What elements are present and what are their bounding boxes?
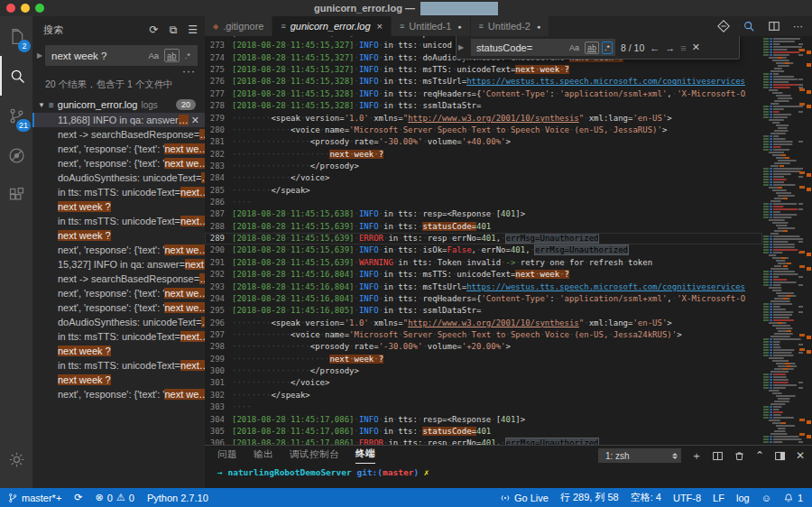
editor-line[interactable]: 285········</speak> [205,185,762,197]
extensions-icon[interactable] [0,175,32,215]
move-panel-icon[interactable] [774,450,786,462]
editor-line[interactable]: 275[2018-08-28·11:45:15,327]·INFO·in·tts… [205,64,762,76]
panel-tab[interactable]: 输出 [254,448,273,464]
cursor-position-status[interactable]: 行 289, 列 58 [560,491,619,504]
minimap[interactable] [762,36,806,445]
open-changes-icon[interactable] [717,20,730,32]
find-input[interactable]: statusCode= Aa ab .* [471,39,615,56]
search-result-row[interactable]: next -> searchBasedResponse=… [32,127,205,142]
close-panel-icon[interactable]: ✕ [796,449,805,462]
editor-line[interactable]: 287[2018-08-28·11:45:15,638]·INFO·in·tts… [205,208,762,220]
search-result-row[interactable]: in tts: msTTS: unicodeText=next… [32,329,205,344]
feedback-smiley-icon[interactable]: ☺ [761,493,771,503]
search-result-row[interactable]: in tts: msTTS: unicodeText=next… [32,214,205,228]
refresh-icon[interactable]: ⟳ [150,23,159,36]
editor-line[interactable]: 279········<speak·version='1.0'·xmlns="h… [205,113,762,124]
search-result-row[interactable]: next', 'response': {'text': 'next we… [32,142,205,156]
panel-tab[interactable]: 终端 [355,447,375,464]
clear-results-icon[interactable]: ⧉ [170,23,178,36]
find-close-button[interactable]: ✕ [692,41,700,53]
search-editor-icon[interactable] [743,20,755,32]
search-result-row[interactable]: next week ? [32,228,205,243]
search-result-row[interactable]: doAudioSynthesis: unicodeText=… [32,171,205,185]
close-window-button[interactable] [6,4,15,13]
search-query[interactable]: next week ? [51,51,145,61]
search-result-row[interactable]: in tts: msTTS: unicodeText=next… [32,358,205,373]
editor-line[interactable]: 295[2018-08-28·11:45:16,805]·INFO·in·tts… [205,305,762,317]
editor-line[interactable]: 276[2018-08-28·11:45:15,328]·INFO·in·tts… [205,76,762,88]
find-whole-word-toggle[interactable]: ab [585,41,599,54]
settings-gear-icon[interactable] [0,439,32,479]
minimize-window-button[interactable] [21,4,30,13]
match-case-toggle[interactable]: Aa [145,49,161,62]
editor-line[interactable]: 296········<speak·version='1.0'·xmlns="h… [205,318,762,329]
tab-gunicorn-error-log[interactable]: ≡gunicorn_error.log× [272,16,392,36]
language-mode-status[interactable]: log [736,493,750,503]
source-control-icon[interactable]: 21 [0,96,32,135]
collapse-all-icon[interactable]: ☰ [188,23,198,36]
search-result-row[interactable]: 11,868] INFO in qa: answer…✕ [32,113,205,127]
split-editor-icon[interactable] [768,20,780,32]
search-result-row[interactable]: next', 'response': {'text': 'next we… [32,156,205,171]
editor-line[interactable]: 283················</prosody> [205,161,762,172]
editor-line[interactable]: 298················<prosody·rate='-30.00… [205,341,762,353]
editor-line[interactable]: 278[2018-08-28·11:45:15,328]·INFO·in·tts… [205,100,762,112]
editor-line[interactable]: 289[2018-08-28·11:45:15,639]·ERROR·in·tt… [205,233,762,244]
search-result-row[interactable]: next', 'response': {'text': 'next we… [32,387,205,401]
more-actions-icon[interactable]: ⋯ [793,21,803,32]
indentation-status[interactable]: 空格: 4 [631,491,661,504]
find-regex-toggle[interactable]: .* [602,41,613,54]
previous-match-button[interactable]: ← [650,42,660,53]
editor-line[interactable]: 299····················next·week·? [205,354,762,365]
search-result-row[interactable]: next -> searchBasedResponse=… [32,272,205,286]
editor-line[interactable]: 284············</voice> [205,172,762,184]
next-match-button[interactable]: → [665,42,675,53]
editor-line[interactable]: 277[2018-08-28·11:45:15,328]·INFO·in·tts… [205,88,762,100]
editor-line[interactable]: 306[2018-08-28·11:45:17,086]·ERROR·in·tt… [205,438,762,445]
editor-line[interactable]: 301············</voice> [205,377,762,389]
kill-terminal-icon[interactable] [734,450,745,462]
editor-line[interactable]: 305[2018-08-28·11:45:17,086]·INFO·in·tts… [205,426,762,438]
overview-ruler[interactable] [806,36,812,445]
notifications-bell[interactable]: 1 [783,493,803,503]
maximize-panel-icon[interactable]: ⌃ [755,449,764,462]
editor-line[interactable]: 304[2018-08-28·11:45:17,086]·INFO·in·tts… [205,414,762,426]
sync-icon[interactable]: ⟳ [74,492,82,503]
modified-dot-icon[interactable]: ● [537,23,540,30]
search-result-row[interactable]: in tts: msTTS: unicodeText=next… [32,185,205,199]
editor-line[interactable]: 281················<prosody·rate='-30.00… [205,136,762,148]
search-result-row[interactable]: 15,327] INFO in qa: answer=next… [32,257,205,272]
editor-line[interactable]: 300················</prosody> [205,365,762,377]
editor-line[interactable]: 294[2018-08-28·11:45:16,804]·INFO·in·tts… [205,293,762,305]
new-terminal-icon[interactable]: ＋ [691,448,702,464]
editor-line[interactable]: 297············<voice·name='Microsoft·Se… [205,329,762,341]
panel-tab[interactable]: 问题 [217,448,237,464]
editor-line[interactable]: 292[2018-08-28·11:45:16,804]·INFO·in·tts… [205,269,762,281]
explorer-icon[interactable]: 2 [0,16,32,56]
split-terminal-icon[interactable] [712,450,724,462]
close-tab-icon[interactable]: × [377,21,383,32]
chevron-down-icon[interactable]: ▼ [38,101,45,109]
editor-line[interactable]: 303···· [205,401,762,413]
search-icon[interactable] [0,56,32,96]
whole-word-toggle[interactable]: ab [164,49,180,62]
encoding-status[interactable]: UTF-8 [673,493,701,503]
regex-toggle[interactable]: .* [182,49,193,62]
tab-untitled-2[interactable]: ≡Untitled-2● [471,16,550,36]
maximize-window-button[interactable] [35,4,44,13]
go-live-button[interactable]: Go Live [500,493,549,503]
find-in-selection-icon[interactable]: ≡ [680,42,686,53]
search-result-row[interactable]: next', 'response': {'text': 'next we… [32,243,205,257]
tab--gitignore[interactable]: ◆.gitignore [205,16,272,36]
search-result-row[interactable]: next week ? [32,199,205,214]
find-query[interactable]: statusCode= [476,42,567,53]
panel-tab[interactable]: 调试控制台 [290,448,339,464]
dismiss-result-icon[interactable]: ✕ [191,113,199,127]
search-result-row[interactable]: next week ? [32,373,205,387]
terminal-prompt[interactable]: → naturlingRobotDemoServer git:(master) … [205,464,812,477]
editor-line[interactable]: 291[2018-08-28·11:45:15,639]·WARNING·in·… [205,257,762,269]
debug-icon[interactable] [0,135,32,175]
find-expand-chevron[interactable]: ▶ [458,43,466,51]
toggle-replace-chevron[interactable]: ▶ [34,51,45,60]
search-result-row[interactable]: next', 'response': {'text': 'next we… [32,286,205,300]
